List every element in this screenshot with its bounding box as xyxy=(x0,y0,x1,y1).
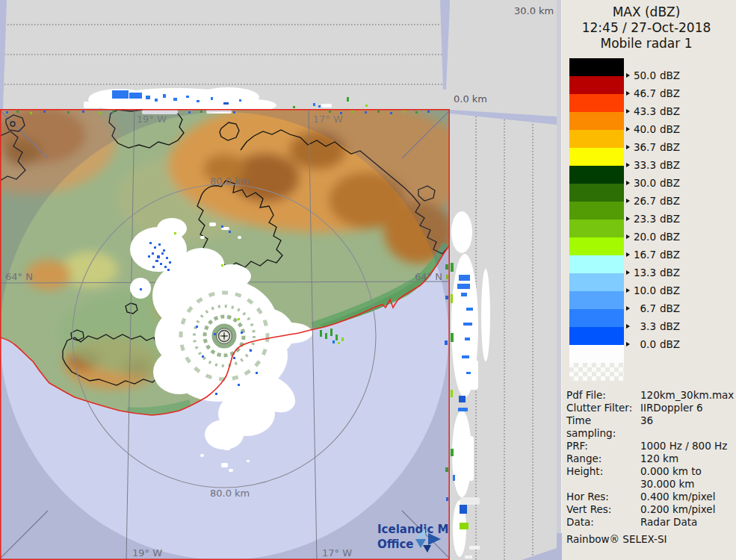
software-brand: Rainbow® SELEX-SI xyxy=(566,533,736,545)
legend-panel-edge xyxy=(557,0,562,560)
metadata-value: Radar Data xyxy=(640,516,697,529)
legend-titles: MAX (dBZ) 12:45 / 27-Oct-2018 Mobile rad… xyxy=(557,0,736,52)
scale-row: 6.7 dBZ xyxy=(569,291,719,309)
radar-name: Mobile radar 1 xyxy=(557,36,736,52)
metadata-value: 0.400 km/pixel xyxy=(640,491,715,503)
range-ring-label-top: 80.0 km xyxy=(210,175,250,187)
scale-swatch xyxy=(569,76,624,94)
metadata-row: 30.000 km xyxy=(566,478,736,491)
product-metadata: Pdf File: 120km_30km.max Clutter Filter:… xyxy=(566,389,736,529)
metadata-row: PRF: 1000 Hz / 800 Hz xyxy=(566,440,736,452)
scale-swatch xyxy=(569,327,624,345)
metadata-row: Hor Res: 0.400 km/pixel xyxy=(566,491,736,503)
right-height-profile-panel xyxy=(450,109,557,560)
scale-row: 0.0 dBZ xyxy=(569,327,719,345)
scale-transparent-swatch xyxy=(569,363,624,381)
scale-swatch xyxy=(569,255,624,273)
lat-label-left: 64° N xyxy=(5,271,33,282)
scale-row: 43.3 dBZ xyxy=(569,94,719,112)
scale-swatch xyxy=(569,237,624,255)
legend-panel-edge-bottom xyxy=(557,533,562,560)
metadata-value: 36 xyxy=(640,414,653,440)
scale-row: 36.7 dBZ xyxy=(569,130,719,148)
scale-row: 33.3 dBZ xyxy=(569,148,719,166)
lon17-label-bottom: 17° W xyxy=(322,547,352,559)
metadata-value: 120 km xyxy=(640,452,678,465)
top-height-profile-panel xyxy=(0,0,450,109)
metadata-row: Clutter Filter: IIRDoppler 6 xyxy=(566,402,736,414)
metadata-row: Time sampling: 36 xyxy=(566,414,736,440)
color-scale: 50.0 dBZ 46.7 dBZ 43.3 dBZ 40.0 dBZ xyxy=(569,58,719,381)
scale-row: 50.0 dBZ xyxy=(569,58,719,76)
metadata-row: Pdf File: 120km_30km.max xyxy=(566,389,736,402)
lat-label-right: 64° N xyxy=(415,271,442,282)
color-scale-rows: 50.0 dBZ 46.7 dBZ 43.3 dBZ 40.0 dBZ xyxy=(569,58,719,345)
scale-swatch xyxy=(569,273,624,291)
scale-row: 23.3 dBZ xyxy=(569,202,719,220)
scale-row: 10.0 dBZ xyxy=(569,273,719,291)
metadata-value: 120km_30km.max xyxy=(640,389,734,402)
metadata-label: Time sampling: xyxy=(566,414,640,440)
imo-logo-text-2: Office xyxy=(377,538,414,551)
metadata-value: 1000 Hz / 800 Hz xyxy=(640,440,727,452)
scale-row: 16.7 dBZ xyxy=(569,237,719,255)
scale-swatch xyxy=(569,112,624,130)
scale-swatch xyxy=(569,58,624,76)
scale-swatch xyxy=(569,291,624,309)
metadata-label: Height: xyxy=(566,465,640,478)
scale-row: 40.0 dBZ xyxy=(569,112,719,130)
scale-tick-arrow-icon xyxy=(626,342,630,346)
metadata-row: Data: Radar Data xyxy=(566,516,736,529)
metadata-label: PRF: xyxy=(566,440,640,452)
radar-map: 19° W 17° W 80.0 km 80.0 km 64° N 64° N … xyxy=(0,109,450,560)
metadata-label: Hor Res: xyxy=(566,491,640,503)
metadata-row: Range: 120 km xyxy=(566,452,736,465)
scale-swatch xyxy=(569,220,624,237)
scale-swatch xyxy=(569,130,624,148)
scale-swatch xyxy=(569,184,624,202)
scale-row: 30.0 dBZ xyxy=(569,166,719,184)
range-ring-label-bottom: 80.0 km xyxy=(210,488,250,499)
height-axis-zero-label: 0.0 km xyxy=(454,93,487,105)
radar-app-window: 30.0 km 0.0 km xyxy=(0,0,736,560)
scale-swatch xyxy=(569,94,624,112)
scale-swatch xyxy=(569,309,624,327)
metadata-label: Clutter Filter: xyxy=(566,402,640,414)
legend-panel: MAX (dBZ) 12:45 / 27-Oct-2018 Mobile rad… xyxy=(557,0,736,560)
metadata-label xyxy=(566,478,640,491)
product-datetime: 12:45 / 27-Oct-2018 xyxy=(557,20,736,36)
metadata-row: Vert Res: 0.200 km/pixel xyxy=(566,503,736,516)
metadata-value: 30.000 km xyxy=(640,478,695,491)
metadata-label: Data: xyxy=(566,516,640,529)
scale-row: 20.0 dBZ xyxy=(569,220,719,237)
scale-below-zero-swatch xyxy=(569,345,624,363)
lon19-label-bottom: 19° W xyxy=(132,547,162,559)
lon17-label-top: 17° W xyxy=(313,113,343,125)
scale-swatch xyxy=(569,202,624,220)
height-axis-max-label: 30.0 km xyxy=(514,5,554,16)
scale-row: 3.3 dBZ xyxy=(569,309,719,327)
metadata-value: IIRDoppler 6 xyxy=(640,402,703,414)
scale-threshold-label: 0.0 dBZ xyxy=(626,338,680,350)
lon19-label-top: 19° W xyxy=(137,113,167,125)
scale-row: 13.3 dBZ xyxy=(569,255,719,273)
metadata-label: Vert Res: xyxy=(566,503,640,516)
right-profile-graphic xyxy=(450,109,557,560)
metadata-row: Height: 0.000 km to xyxy=(566,465,736,478)
metadata-value: 0.200 km/pixel xyxy=(640,503,715,516)
scale-row: 46.7 dBZ xyxy=(569,76,719,94)
metadata-value: 0.000 km to xyxy=(640,465,702,478)
top-profile-graphic xyxy=(0,0,450,109)
imo-logo-text-1: Icelandic Met xyxy=(377,523,450,536)
scale-swatch xyxy=(569,148,624,166)
scale-row: 26.7 dBZ xyxy=(569,184,719,202)
metadata-label: Pdf File: xyxy=(566,389,640,402)
radar-site-marker xyxy=(217,329,232,344)
scale-swatch xyxy=(569,166,624,184)
radar-map-graphic: 19° W 17° W 80.0 km 80.0 km 64° N 64° N … xyxy=(0,109,450,560)
metadata-label: Range: xyxy=(566,452,640,465)
product-title: MAX (dBZ) xyxy=(557,4,736,20)
